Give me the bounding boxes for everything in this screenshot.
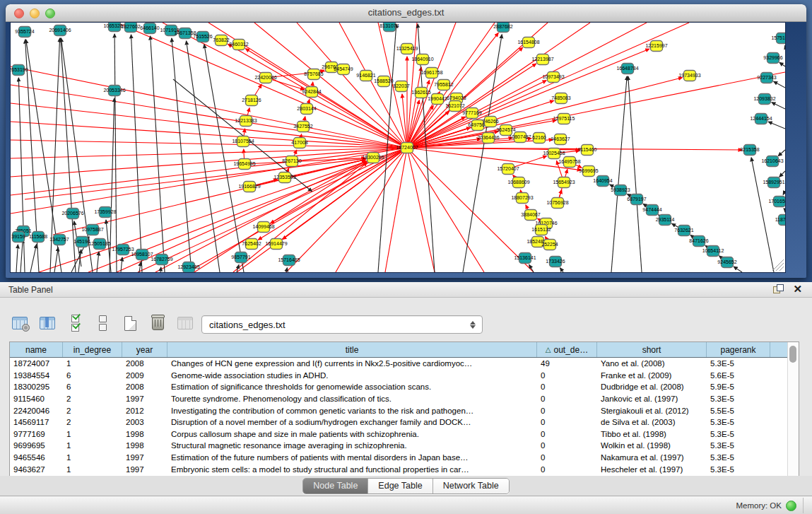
graph-node[interactable]: 9857791 (231, 252, 250, 263)
graph-edge[interactable] (779, 171, 785, 177)
column-header-filler[interactable] (770, 342, 788, 357)
column-header-name[interactable]: name (10, 342, 63, 357)
graph-node[interactable]: 9115460 (578, 145, 597, 156)
graph-node[interactable]: 1733426 (546, 257, 565, 267)
column-header-out_de…[interactable]: △out_de… (537, 342, 597, 357)
graph-node[interactable]: 9146821 (356, 71, 375, 81)
graph-edge[interactable] (628, 76, 642, 272)
table-cell[interactable]: 0 (537, 452, 597, 464)
graph-node[interactable]: 9463627 (551, 134, 570, 145)
table-row[interactable]: 1830029562008Estimation of significance … (10, 381, 788, 393)
graph-node[interactable]: 1640954 (593, 176, 612, 187)
row-height-icon[interactable] (93, 314, 112, 332)
graph-node[interactable]: 16648784 (616, 64, 638, 74)
graph-node[interactable]: 7955812 (434, 80, 453, 90)
table-row[interactable]: 969969511998Structural magnetic resonanc… (10, 440, 788, 452)
table-cell[interactable]: 5.6E-5 (707, 370, 770, 382)
table-cell[interactable]: Genome-wide association studies in ADHD. (167, 370, 537, 382)
close-panel-icon[interactable]: ✕ (793, 284, 802, 294)
graph-edge[interactable] (11, 85, 407, 148)
table-cell[interactable] (770, 463, 788, 475)
table-cell[interactable]: 2008 (122, 381, 167, 393)
column-checklist-icon[interactable] (66, 314, 84, 332)
graph-node[interactable]: 15654923 (553, 177, 575, 188)
graph-edge[interactable] (779, 62, 785, 66)
graph-edge[interactable] (774, 81, 785, 88)
column-header-title[interactable]: title (167, 342, 537, 357)
graph-node[interactable]: 763822 (213, 35, 229, 46)
graph-edge[interactable] (778, 150, 785, 156)
table-cell[interactable]: 9699695 (10, 440, 63, 452)
table-cell[interactable]: Corpus callosum shape and size in male p… (167, 428, 537, 440)
graph-edge[interactable] (138, 148, 407, 272)
float-panel-icon[interactable] (773, 284, 783, 294)
table-cell[interactable]: 0 (537, 440, 597, 452)
graph-node[interactable]: 15892951 (763, 177, 784, 188)
graph-node[interactable]: 8471626 (689, 236, 708, 247)
table-cell[interactable]: 0 (537, 381, 597, 393)
graph-edge[interactable] (20, 239, 23, 272)
table-cell[interactable]: 2009 (122, 370, 167, 382)
graph-node[interactable]: 15716485 (278, 255, 300, 266)
table-cell[interactable] (770, 381, 788, 393)
graph-edge[interactable] (187, 41, 220, 272)
graph-edge[interactable] (160, 267, 161, 272)
table-row[interactable]: 2242004622012Investigating the contribut… (10, 404, 788, 416)
table-cell[interactable]: Investigating the contribution of common… (167, 404, 537, 416)
graph-node[interactable]: 1342757 (49, 235, 69, 245)
column-header-pagerank[interactable]: pagerank (707, 342, 770, 357)
graph-node[interactable]: 39159 (11, 232, 25, 243)
graph-node[interactable]: 10756928 (546, 198, 568, 209)
table-cell[interactable]: 5.3E-5 (707, 428, 770, 440)
table-cell[interactable]: 5.3E-5 (707, 463, 770, 475)
table-cell[interactable]: Structural magnetic resonance image aver… (167, 440, 537, 452)
table-row[interactable]: 911546021997Tourette syndrome. Phenomeno… (10, 393, 788, 405)
graph-node[interactable]: 10958107 (131, 250, 153, 260)
graph-edge[interactable] (117, 23, 407, 148)
graph-node[interactable]: 12505185 (88, 239, 110, 250)
graph-edge[interactable] (783, 191, 785, 194)
show-columns-icon[interactable] (38, 314, 57, 332)
column-header-in_degree[interactable]: in_degree (63, 342, 122, 357)
graph-node[interactable]: 1115688 (29, 232, 47, 243)
table-cell[interactable]: Disruption of a novel member of a sodium… (167, 416, 537, 428)
graph-edge[interactable] (407, 148, 484, 272)
graph-node[interactable]: 9699695 (579, 166, 598, 177)
column-header-short[interactable]: short (597, 342, 707, 357)
tab-edge-table[interactable]: Edge Table (368, 479, 433, 493)
table-cell[interactable]: de Silva et al. (2003) (597, 416, 707, 428)
table-cell[interactable]: Dudbridge et al. (2008) (597, 381, 707, 393)
graph-edge[interactable] (131, 35, 142, 272)
table-row[interactable]: 1872400712008Changes of HCN gene express… (10, 358, 788, 370)
table-cell[interactable]: 1997 (122, 393, 167, 405)
table-mode-icon[interactable] (11, 314, 29, 332)
table-row[interactable]: 977716911998Corpus callosum shape and si… (10, 428, 788, 440)
network-window-titlebar[interactable]: citations_edges.txt (6, 4, 806, 22)
graph-node[interactable]: 2935114 (656, 215, 675, 226)
table-cell[interactable]: 1 (63, 428, 122, 440)
graph-node[interactable]: 145194 (73, 237, 90, 247)
table-cell[interactable]: 0 (537, 416, 597, 428)
column-header-year[interactable]: year (122, 342, 167, 357)
graph-edge[interactable] (297, 23, 407, 148)
table-cell[interactable]: 6 (63, 381, 122, 393)
graph-edge[interactable] (233, 163, 367, 272)
table-cell[interactable]: 0 (537, 463, 597, 475)
table-cell[interactable]: 18300295 (10, 381, 63, 393)
table-cell[interactable]: 2012 (122, 404, 167, 416)
table-cell[interactable]: 1 (63, 358, 122, 370)
table-cell[interactable]: 5.3E-5 (707, 452, 770, 464)
table-cell[interactable]: 14569117 (10, 416, 63, 428)
graph-node[interactable]: 9245652 (717, 257, 736, 268)
table-cell[interactable]: Hescheler et al. (1997) (597, 463, 707, 475)
graph-node[interactable]: 2887682 (493, 23, 512, 33)
table-cell[interactable]: Tibbo et al. (1998) (597, 428, 707, 440)
graph-edge[interactable] (11, 148, 407, 158)
graph-edge[interactable] (751, 158, 774, 272)
table-cell[interactable]: Changes of HCN gene expression and I(f) … (167, 358, 537, 370)
table-cell[interactable] (770, 416, 788, 428)
graph-node[interactable]: 10975887 (81, 225, 103, 235)
table-cell[interactable]: 0 (537, 393, 597, 405)
graph-node[interactable]: 12213987 (531, 54, 553, 65)
table-cell[interactable]: 0 (537, 370, 597, 382)
